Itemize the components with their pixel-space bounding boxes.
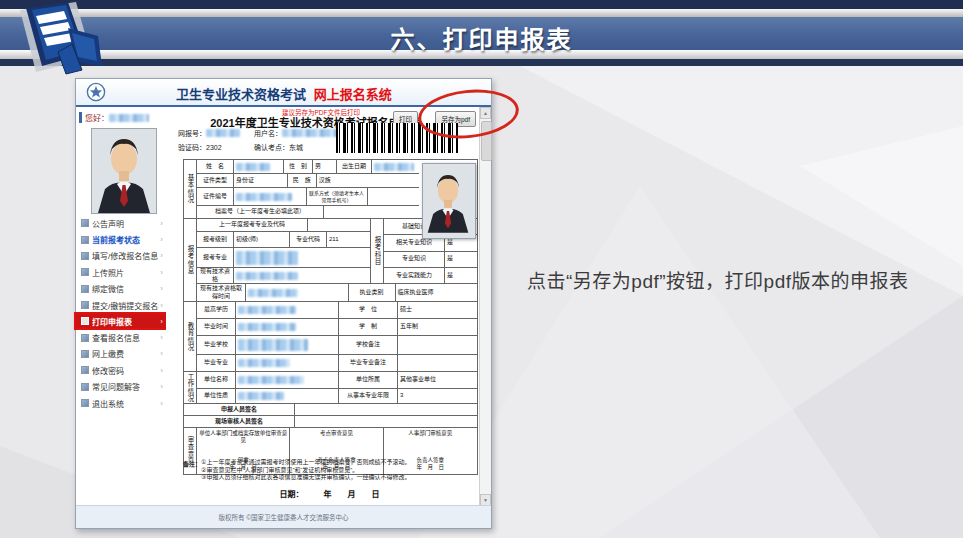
grad-time-label: 毕业时间 bbox=[197, 319, 236, 335]
site-label: 确认考点： bbox=[254, 142, 289, 152]
subject-label: 专业知识 bbox=[384, 252, 445, 267]
note-line: ①上一年度考试未通过需报考时须使用上一年度的档案号，否则成绩不予滚动。 bbox=[201, 459, 476, 467]
applicant-sign-value bbox=[295, 404, 477, 415]
sidebar-menu-item[interactable]: 填写/修改报名信息 › bbox=[76, 248, 166, 264]
id-photo bbox=[91, 128, 157, 214]
redacted-highest-degree bbox=[238, 306, 296, 314]
redacted-school bbox=[238, 339, 308, 351]
form-photo-cell bbox=[419, 160, 477, 218]
menu-bullet-icon bbox=[81, 350, 89, 358]
app-title-sub: 网上报名系统 bbox=[314, 87, 392, 102]
degree-value: 硕士 bbox=[398, 302, 477, 318]
chevron-right-icon: › bbox=[160, 399, 163, 408]
qual-time-label: 现有技术资格取得时间 bbox=[197, 284, 246, 301]
chevron-right-icon: › bbox=[160, 251, 163, 260]
sidebar-menu-item[interactable]: 查看报名信息 › bbox=[76, 329, 166, 345]
school-note-label: 学校备注 bbox=[339, 336, 398, 354]
degree-label: 学 位 bbox=[339, 302, 398, 318]
name-label: 姓 名 bbox=[197, 160, 234, 173]
highest-degree-label: 最高学历 bbox=[197, 302, 236, 318]
chevron-right-icon: › bbox=[160, 382, 163, 391]
main-content: 建议另存为PDF文件后打印 2021年度卫生专业技术资格考试报名申报表 打印 另… bbox=[166, 107, 480, 506]
archive-label: 档案号（上一年度考生必填此项） bbox=[197, 206, 324, 218]
id-no-label: 证件编号 bbox=[197, 188, 234, 205]
school-note-value bbox=[398, 336, 477, 354]
scrollbar[interactable]: ▲ ▼ bbox=[479, 107, 491, 506]
sidebar-menu-item[interactable]: 常见问题解答 › bbox=[76, 379, 166, 395]
site-value: 东城 bbox=[289, 142, 303, 152]
code-label: 验证码： bbox=[178, 142, 206, 152]
unit-name-label: 单位名称 bbox=[197, 372, 236, 388]
instruction-caption: 点击“另存为pdf”按钮，打印pdf版本的申报表 bbox=[527, 266, 947, 293]
grad-major-note-label: 毕业专业备注 bbox=[339, 355, 398, 371]
archive-value bbox=[324, 206, 419, 218]
redacted-username bbox=[109, 114, 149, 122]
redacted-grad-time bbox=[238, 323, 296, 331]
sidebar-menu-item[interactable]: 绑定微信 › bbox=[76, 281, 166, 297]
reviewer-sign-value bbox=[295, 416, 477, 427]
id-type-value: 身份证 bbox=[234, 174, 288, 187]
brand-logo-icon bbox=[6, 0, 136, 76]
app-window: 卫生专业技术资格考试 网上报名系统 您好： bbox=[75, 78, 492, 529]
sidebar-menu-item[interactable]: 公告声明 › bbox=[76, 215, 166, 231]
menu-item-label: 当前报考状态 bbox=[92, 234, 159, 245]
section-exam-label: 报考信息 bbox=[184, 219, 197, 301]
note-line: ②审查意见栏中“人事部门审核意见”和“发证机构审核意见”。 bbox=[201, 467, 476, 475]
sidebar-menu-item[interactable]: 提交/撤销提交报名表 › bbox=[76, 297, 166, 313]
silver-band-top bbox=[0, 9, 963, 17]
applicant-sign-label: 申报人员签名 bbox=[184, 404, 295, 415]
redacted-name bbox=[236, 163, 270, 171]
practice-type-label: 执业类别 bbox=[349, 284, 396, 301]
menu-bullet-icon bbox=[81, 301, 89, 309]
top-accent-bar bbox=[0, 0, 963, 9]
birth-label: 出生日期 bbox=[337, 160, 372, 173]
scrollbar-thumb[interactable] bbox=[481, 121, 492, 161]
sidebar-menu-item[interactable]: 网上缴费 › bbox=[76, 346, 166, 362]
redacted-birth bbox=[374, 163, 414, 171]
section-work-label: 工作情况 bbox=[184, 372, 197, 403]
chevron-right-icon: › bbox=[160, 301, 163, 310]
reviewer-sign-label: 现场审核人员签名 bbox=[184, 416, 295, 427]
date-line: 日期： 年 月 日 bbox=[183, 488, 476, 499]
menu-item-label: 查看报名信息 bbox=[92, 332, 159, 343]
section-basic: 基本情况 姓 名 性 别 男 出生日期 证件类型 身份证 民 族 汉族 bbox=[184, 160, 477, 219]
section-signatures: 申报人员签名 现场审核人员签名 bbox=[184, 404, 477, 428]
menu-bullet-icon bbox=[81, 285, 89, 293]
scroll-up-icon[interactable]: ▲ bbox=[480, 107, 491, 119]
contact-value bbox=[368, 188, 420, 205]
chevron-right-icon: › bbox=[160, 333, 163, 342]
sidebar-menu-item[interactable]: 上传照片 › bbox=[76, 264, 166, 280]
notes-label: 备注： bbox=[183, 459, 201, 482]
sidebar: 您好： 公告声明 › bbox=[76, 107, 167, 506]
menu-item-label: 退出系统 bbox=[92, 398, 159, 409]
menu-bullet-icon bbox=[81, 399, 89, 407]
navy-band-bottom bbox=[0, 59, 963, 66]
sidebar-menu-item[interactable]: 当前报考状态 › bbox=[76, 231, 166, 247]
menu-bullet-icon bbox=[81, 252, 89, 260]
chevron-right-icon: › bbox=[160, 268, 163, 277]
menu-item-label: 绑定微信 bbox=[92, 283, 159, 294]
redacted-id-no bbox=[236, 193, 292, 201]
chevron-right-icon: › bbox=[160, 235, 163, 244]
unit-type-label: 单位所属 bbox=[339, 372, 398, 388]
section-work: 工作情况 单位名称 单位所属 其他事业单位 单位性质 从事本专业年限 3 bbox=[184, 372, 477, 404]
sidebar-menu-item[interactable]: 修改密码 › bbox=[76, 362, 166, 378]
school-label: 毕业学校 bbox=[197, 336, 236, 354]
redacted-unit-nature bbox=[238, 392, 284, 400]
years-value: 3 bbox=[398, 389, 477, 403]
code-value: 2302 bbox=[206, 144, 222, 151]
grad-major-note-value bbox=[398, 355, 477, 371]
app-footer: 版权所有 ©国家卫生健康委人才交流服务中心 bbox=[76, 505, 491, 528]
chevron-right-icon: › bbox=[160, 349, 163, 358]
menu-bullet-icon bbox=[81, 317, 89, 325]
app-title-main: 卫生专业技术资格考试 bbox=[176, 87, 306, 102]
user-label: 用户名： bbox=[254, 128, 282, 138]
menu-item-label: 填写/修改报名信息 bbox=[92, 250, 159, 261]
menu-item-label: 上传照片 bbox=[92, 267, 159, 278]
level-value: 初级(师) bbox=[234, 232, 290, 247]
chevron-right-icon: › bbox=[160, 317, 163, 326]
sidebar-menu-item[interactable]: 打印申报表 › bbox=[76, 314, 166, 328]
menu-item-label: 提交/撤销提交报名表 bbox=[92, 300, 159, 311]
exam-major-label: 报考专业 bbox=[197, 248, 234, 267]
sidebar-menu-item[interactable]: 退出系统 › bbox=[76, 395, 166, 411]
